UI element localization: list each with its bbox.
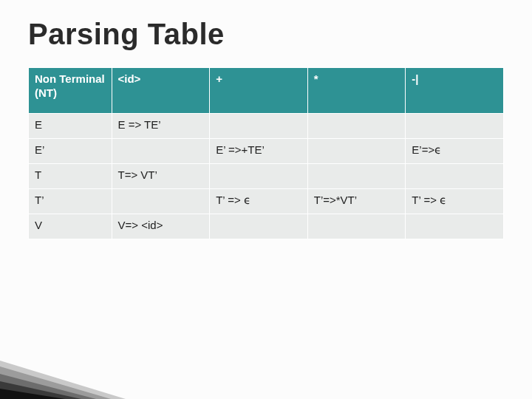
corner-accent-icon (0, 352, 126, 399)
parsing-table: Non Terminal (NT) <id> + * -| E E => TE’… (28, 67, 504, 239)
svg-marker-2 (0, 374, 96, 399)
table-row: T’ T’ => ϵ T’=>*VT’ T’ => ϵ (29, 189, 504, 214)
col-header-id: <id> (112, 68, 210, 114)
cell (112, 189, 210, 214)
cell (210, 214, 308, 239)
row-nt: E (29, 114, 112, 139)
cell (210, 164, 308, 189)
svg-marker-1 (0, 366, 111, 399)
cell: E’ =>+TE’ (210, 139, 308, 164)
cell: E’=>ϵ (406, 139, 504, 164)
table-header-row: Non Terminal (NT) <id> + * -| (29, 68, 504, 114)
cell (307, 164, 406, 189)
row-nt: V (29, 214, 112, 239)
row-nt: E’ (29, 139, 112, 164)
cell (406, 214, 504, 239)
cell (307, 214, 406, 239)
col-header-end: -| (406, 68, 504, 114)
cell (406, 114, 504, 139)
cell: T=> VT’ (112, 164, 210, 189)
cell: T’=>*VT’ (307, 189, 406, 214)
cell: T’ => ϵ (210, 189, 308, 214)
cell (112, 139, 210, 164)
svg-marker-4 (0, 389, 65, 399)
svg-marker-3 (0, 381, 81, 399)
cell: E => TE’ (112, 114, 210, 139)
table-row: V V=> <id> (29, 214, 504, 239)
cell (307, 139, 406, 164)
cell (406, 164, 504, 189)
col-header-nt: Non Terminal (NT) (29, 68, 112, 114)
slide: Parsing Table Non Terminal (NT) <id> + *… (0, 0, 532, 399)
row-nt: T (29, 164, 112, 189)
col-header-star: * (307, 68, 406, 114)
table-row: T T=> VT’ (29, 164, 504, 189)
slide-title: Parsing Table (28, 18, 504, 51)
table-row: E’ E’ =>+TE’ E’=>ϵ (29, 139, 504, 164)
row-nt: T’ (29, 189, 112, 214)
svg-marker-0 (0, 361, 126, 399)
cell (307, 114, 406, 139)
cell: V=> <id> (112, 214, 210, 239)
table-row: E E => TE’ (29, 114, 504, 139)
cell: T’ => ϵ (406, 189, 504, 214)
col-header-plus: + (210, 68, 308, 114)
cell (210, 114, 308, 139)
